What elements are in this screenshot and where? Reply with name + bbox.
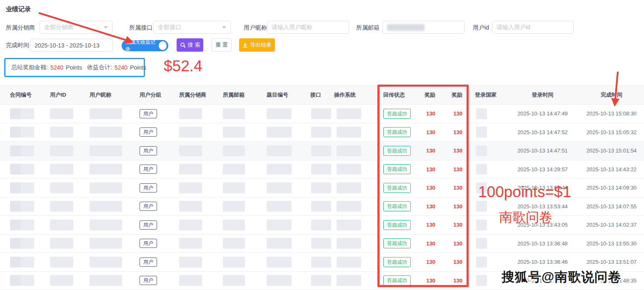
table-row[interactable]: 用户答题成功1301302025-10-13 14:47:512025-10-1… <box>0 142 644 160</box>
table-row[interactable]: 用户答题成功1301302025-10-13 13:53:442025-10-1… <box>0 179 644 198</box>
interface-select[interactable]: 全部接口 <box>153 21 231 34</box>
reward-value: 130 <box>417 240 442 247</box>
status-badge: 答题成功 <box>383 164 411 174</box>
nickname-input[interactable]: 请输入用户昵称 <box>267 21 349 34</box>
table-row[interactable]: 用户答题成功1301302025-10-13 13:32:022025-10-1… <box>0 272 644 290</box>
table-row[interactable]: 用户答题成功1301302025-10-13 14:29:572025-10-1… <box>0 160 644 179</box>
finish-time: 2025-10-13 14:07:55 <box>579 203 644 210</box>
redacted-email <box>223 201 245 212</box>
chevron-down-icon <box>104 26 108 29</box>
redacted-contract-no <box>10 164 21 175</box>
reward-value: 130 <box>417 148 442 154</box>
redacted-distributor <box>179 164 202 175</box>
table-body: 用户答题成功1301302025-10-13 14:47:492025-10-1… <box>0 105 644 290</box>
search-icon <box>180 42 186 48</box>
table-row[interactable]: 用户答题成功1301302025-10-13 14:47:522025-10-1… <box>0 123 644 142</box>
reward-value: 130 <box>417 129 442 135</box>
distributor-label: 所属分销商 <box>6 21 35 34</box>
user-group-tag: 用户 <box>140 220 157 230</box>
reward-value-2: 130 <box>442 185 469 191</box>
toggle-label: 隐藏无收益记录 <box>125 39 157 53</box>
redacted-user-id <box>50 108 73 119</box>
redacted-question-no <box>267 275 292 286</box>
redacted-interface <box>311 275 331 286</box>
email-input[interactable] <box>382 21 464 34</box>
redacted-distributor <box>179 257 202 268</box>
summary-income-value: 5240 <box>115 64 127 71</box>
redacted-email <box>223 257 245 268</box>
reward-value-2: 130 <box>442 278 469 284</box>
summary-box: 总站奖励金额: 5240 Points 收益合计: 5240 Points <box>4 58 145 77</box>
redacted-interface <box>311 127 331 138</box>
redacted-os <box>337 257 361 268</box>
reward-value-2: 130 <box>442 222 469 228</box>
email-label: 所属邮箱 <box>356 21 379 34</box>
nickname-placeholder: 请输入用户昵称 <box>272 24 312 31</box>
redacted-contract-no <box>10 257 21 268</box>
date-range-input[interactable]: 2025-10-13 - 2025-10-13 <box>30 39 113 52</box>
redacted-question-no <box>267 164 292 175</box>
table-row[interactable]: 用户答题成功1301302025-10-13 14:47:492025-10-1… <box>0 105 644 123</box>
summary-total-unit: Points <box>66 64 82 71</box>
user-group-tag: 用户 <box>140 183 157 192</box>
reset-button[interactable]: 重 置 <box>212 38 232 52</box>
export-button[interactable]: 导出结果 <box>239 38 275 52</box>
column-header: 完成时间 <box>579 91 644 99</box>
redacted-email <box>223 145 245 156</box>
redacted-contract-no <box>10 182 21 193</box>
redacted-nickname <box>90 220 122 230</box>
reward-value-2: 130 <box>442 129 469 135</box>
user-group-tag: 用户 <box>140 258 157 267</box>
user-id-input[interactable]: 请输入用户id <box>492 21 574 34</box>
redacted-distributor <box>179 275 202 286</box>
redacted-contract-no <box>10 275 21 286</box>
distributor-select[interactable]: 全部分销商 <box>40 21 112 34</box>
login-time: 2025-10-13 14:47:52 <box>506 129 579 135</box>
redacted-question-no <box>267 127 292 138</box>
column-header: 用户ID <box>44 91 83 99</box>
column-header: 奖励 <box>442 91 469 99</box>
login-time: 2025-10-13 14:47:49 <box>506 110 579 117</box>
status-badge: 答题成功 <box>383 109 411 119</box>
login-time: 2025-10-13 13:32:02 <box>506 278 579 284</box>
status-badge: 答题成功 <box>383 275 411 285</box>
redacted-question-no <box>267 145 292 156</box>
column-header: 合同编号 <box>0 91 44 99</box>
reward-value: 130 <box>417 259 442 265</box>
redacted-os <box>337 145 361 156</box>
redacted-interface <box>311 164 331 175</box>
redacted-question-no <box>267 201 292 212</box>
status-badge: 答题成功 <box>383 220 411 230</box>
chevron-down-icon <box>222 26 226 29</box>
finish-time: 2025-10-13 15:08:30 <box>579 110 644 117</box>
date-range-value: 2025-10-13 - 2025-10-13 <box>35 42 100 49</box>
user-id-placeholder: 请输入用户id <box>497 24 530 31</box>
redacted-os <box>337 275 361 286</box>
status-badge: 答题成功 <box>383 183 411 193</box>
table-row[interactable]: 用户答题成功1301302025-10-13 13:36:482025-10-1… <box>0 235 644 253</box>
table-row[interactable]: 用户答题成功1301302025-10-13 13:36:462025-10-1… <box>0 253 644 272</box>
table-row[interactable]: 用户答题成功1301302025-10-13 13:53:442025-10-1… <box>0 198 644 216</box>
table-row[interactable]: 用户答题成功1301302025-10-13 13:43:052025-10-1… <box>0 216 644 235</box>
status-badge: 答题成功 <box>383 257 411 267</box>
redacted-contract-no <box>21 145 34 156</box>
status-badge: 答题成功 <box>383 238 411 248</box>
reward-value-2: 130 <box>442 166 469 172</box>
redacted-user-id <box>50 201 73 212</box>
reward-value: 130 <box>417 110 442 117</box>
search-button[interactable]: 搜 索 <box>177 38 203 52</box>
redacted-distributor <box>179 108 202 119</box>
redacted-os <box>337 182 361 193</box>
redacted-distributor <box>179 182 202 193</box>
user-group-tag: 用户 <box>140 128 157 137</box>
redacted-user-id <box>50 145 73 156</box>
finish-time-label: 完成时间 <box>6 39 29 51</box>
redacted-distributor <box>179 201 202 212</box>
hide-no-income-toggle[interactable]: 隐藏无收益记录 <box>122 40 168 51</box>
redacted-nickname <box>90 127 122 138</box>
redacted-contract-no <box>21 164 34 175</box>
interface-value: 全部接口 <box>158 24 181 31</box>
redacted-login-country <box>476 257 487 268</box>
redacted-distributor <box>179 127 202 138</box>
column-header: 所属分销商 <box>173 91 217 99</box>
